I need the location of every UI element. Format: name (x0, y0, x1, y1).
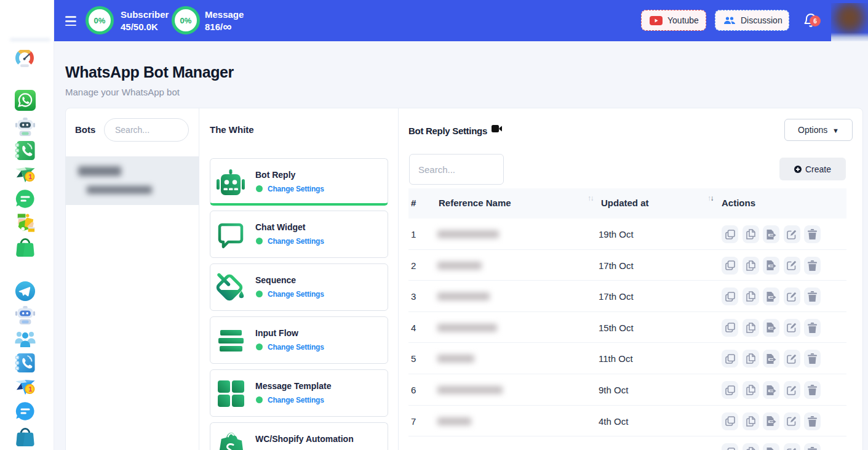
svg-text:1: 1 (28, 173, 32, 180)
svg-text:1: 1 (28, 385, 32, 393)
